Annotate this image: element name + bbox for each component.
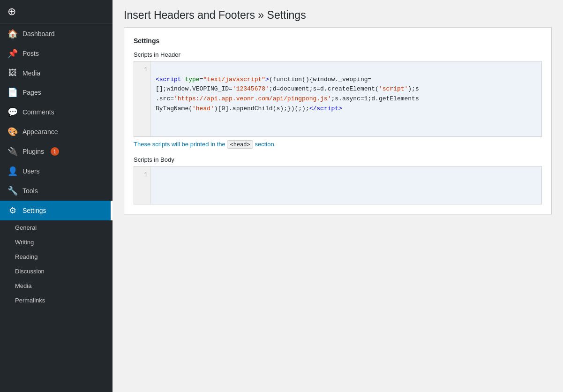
- dashboard-icon: 🏠: [8, 29, 18, 39]
- sidebar-item-label-users: Users: [23, 167, 40, 175]
- sidebar-item-posts[interactable]: 📌Posts: [0, 44, 113, 63]
- main-content: Insert Headers and Footers » Settings Se…: [113, 0, 563, 392]
- settings-heading: Settings: [134, 37, 542, 45]
- scripts-header-editor[interactable]: 1 <script type="text/javascript">(functi…: [134, 61, 542, 137]
- sidebar-item-pages[interactable]: 📄Pages: [0, 83, 113, 102]
- posts-icon: 📌: [8, 48, 18, 59]
- scripts-body-label: Scripts in Body: [134, 156, 542, 163]
- sidebar-item-label-appearance: Appearance: [23, 128, 58, 136]
- sidebar: ⊕ 🏠Dashboard📌Posts🖼Media📄Pages💬Comments🎨…: [0, 0, 113, 392]
- sidebar-logo: ⊕: [0, 0, 113, 24]
- pages-icon: 📄: [8, 87, 18, 98]
- settings-icon: ⚙: [8, 205, 18, 216]
- submenu-item-reading[interactable]: Reading: [0, 249, 113, 264]
- users-icon: 👤: [8, 166, 18, 176]
- comments-icon: 💬: [8, 107, 18, 117]
- sidebar-item-plugins[interactable]: 🔌Plugins1: [0, 142, 113, 161]
- submenu-item-discussion[interactable]: Discussion: [0, 264, 113, 279]
- settings-panel: Settings Scripts in Header 1 <script typ…: [124, 27, 552, 214]
- sidebar-item-media[interactable]: 🖼Media: [0, 63, 113, 83]
- sidebar-item-label-dashboard: Dashboard: [23, 30, 55, 38]
- sidebar-item-label-settings: Settings: [23, 207, 46, 214]
- sidebar-item-label-media: Media: [23, 69, 40, 77]
- sidebar-item-label-pages: Pages: [23, 89, 41, 96]
- plugins-icon: 🔌: [8, 146, 18, 157]
- sidebar-item-dashboard[interactable]: 🏠Dashboard: [0, 24, 113, 44]
- code-content-header[interactable]: <script type="text/javascript">(function…: [151, 61, 541, 136]
- submenu-item-general[interactable]: General: [0, 220, 113, 235]
- scripts-header-label: Scripts in Header: [134, 51, 542, 58]
- sidebar-item-label-tools: Tools: [23, 187, 38, 195]
- submenu-item-permalinks[interactable]: Permalinks: [0, 293, 113, 308]
- sidebar-item-settings[interactable]: ⚙Settings: [0, 201, 113, 220]
- appearance-icon: 🎨: [8, 127, 18, 137]
- sidebar-item-label-posts: Posts: [23, 50, 39, 57]
- wp-logo-icon: ⊕: [8, 6, 16, 18]
- sidebar-item-tools[interactable]: 🔧Tools: [0, 181, 113, 201]
- submenu-item-writing[interactable]: Writing: [0, 235, 113, 249]
- plugins-badge: 1: [51, 147, 59, 156]
- sidebar-item-label-plugins: Plugins: [23, 148, 44, 155]
- line-numbers-header: 1: [134, 61, 151, 136]
- sidebar-item-appearance[interactable]: 🎨Appearance: [0, 122, 113, 142]
- line-numbers-body: 1: [134, 166, 151, 204]
- head-tag-code: <head>: [227, 140, 253, 149]
- submenu-item-media[interactable]: Media: [0, 279, 113, 293]
- sidebar-item-label-comments: Comments: [23, 108, 54, 116]
- tools-icon: 🔧: [8, 186, 18, 196]
- code-content-body[interactable]: [151, 166, 541, 204]
- sidebar-nav: 🏠Dashboard📌Posts🖼Media📄Pages💬Comments🎨Ap…: [0, 24, 113, 308]
- page-title: Insert Headers and Footers » Settings: [124, 8, 552, 23]
- scripts-body-editor[interactable]: 1: [134, 166, 542, 204]
- header-hint: These scripts will be printed in the <he…: [134, 141, 542, 148]
- sidebar-item-users[interactable]: 👤Users: [0, 161, 113, 181]
- media-icon: 🖼: [8, 68, 18, 78]
- sidebar-item-comments[interactable]: 💬Comments: [0, 102, 113, 122]
- page-header: Insert Headers and Footers » Settings: [113, 0, 563, 27]
